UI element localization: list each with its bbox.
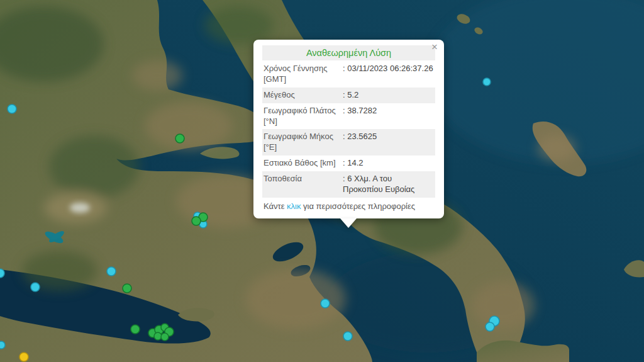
earthquake-info-popup: × Αναθεωρημένη Λύση Χρόνος Γέννησης [GMT… xyxy=(253,40,444,218)
seismic-event-marker-earlier[interactable] xyxy=(123,284,131,293)
seismic-event-marker-recent[interactable] xyxy=(0,341,5,349)
seismic-event-marker-recent[interactable] xyxy=(31,283,40,291)
popup-tail xyxy=(340,218,357,228)
seismic-event-marker-recent[interactable] xyxy=(486,322,494,331)
row-magnitude: Μέγεθος : 5.2 xyxy=(262,88,435,103)
seismic-event-marker-recent[interactable] xyxy=(107,267,116,276)
popup-title: Αναθεωρημένη Λύση xyxy=(262,45,435,60)
seismic-map-view[interactable]: × Αναθεωρημένη Λύση Χρόνος Γέννησης [GMT… xyxy=(0,0,644,362)
seismic-event-marker-earlier[interactable] xyxy=(175,134,184,143)
seismic-event-marker-old[interactable] xyxy=(19,353,28,361)
seismic-event-marker-recent[interactable] xyxy=(8,105,16,113)
row-longitude: Γεωγραφικό Μήκος [°E] : 23.5625 xyxy=(262,129,435,156)
seismic-event-marker-earlier[interactable] xyxy=(154,332,162,340)
row-latitude: Γεωγραφικό Πλάτος [°N] : 38.7282 xyxy=(262,103,435,130)
seismic-event-marker-recent[interactable] xyxy=(0,269,4,278)
close-icon[interactable]: × xyxy=(430,42,439,52)
popup-footer: Κάντε κλικ για περισσότερες πληροφορίες xyxy=(262,198,435,216)
seismic-event-marker-recent[interactable] xyxy=(483,78,491,86)
seismic-event-marker-recent[interactable] xyxy=(343,332,352,341)
more-info-link[interactable]: κλικ xyxy=(287,201,301,211)
row-location: Τοποθεσία : 6 Χλμ. Α του Προκοπίου Ευβοί… xyxy=(262,171,435,198)
seismic-event-marker-earlier[interactable] xyxy=(161,333,169,341)
seismic-event-marker-recent[interactable] xyxy=(321,299,330,308)
seismic-event-marker-earlier[interactable] xyxy=(192,217,201,225)
row-origin-time: Χρόνος Γέννησης [GMT] : 03/11/2023 06:26… xyxy=(262,61,435,88)
seismic-event-marker-earlier[interactable] xyxy=(131,325,140,334)
row-depth: Εστιακό Βάθος [km] : 14.2 xyxy=(262,156,435,171)
